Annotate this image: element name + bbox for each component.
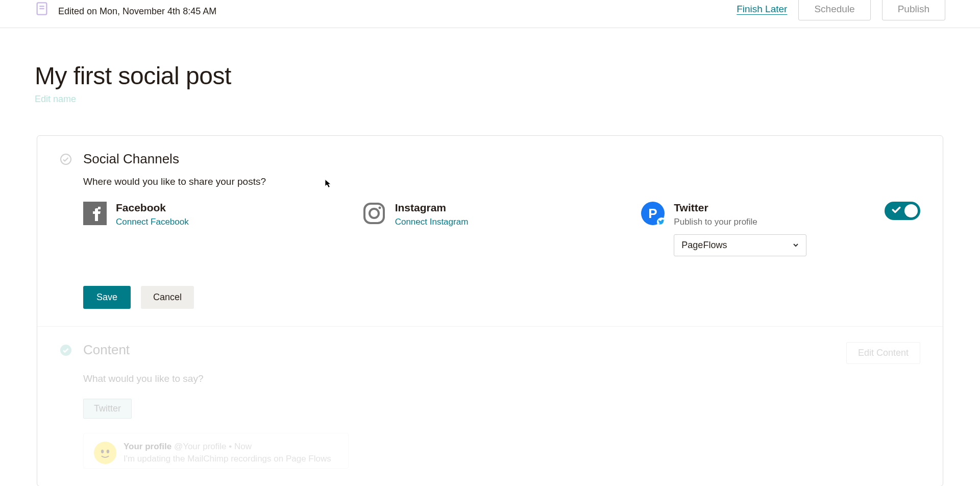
facebook-icon — [83, 202, 107, 225]
channel-facebook: Facebook Connect Facebook — [83, 202, 362, 256]
social-channels-title: Social Channels — [83, 151, 920, 167]
channel-twitter: P Twitter Publish to your profile PageFl… — [641, 202, 920, 256]
edit-content-button[interactable]: Edit Content — [846, 342, 920, 364]
twitter-subtitle: Publish to your profile — [674, 217, 874, 227]
section-head: Social Channels Where would you like to … — [60, 151, 920, 309]
svg-point-3 — [61, 154, 71, 164]
chevron-down-icon — [793, 240, 799, 251]
edit-name-link[interactable]: Edit name — [35, 94, 945, 105]
content-section-head: Content Edit Content What would you like… — [60, 342, 920, 469]
instagram-name: Instagram — [395, 202, 642, 214]
check-circle-icon — [60, 153, 72, 165]
toggle-knob — [904, 204, 918, 217]
channels-row: Facebook Connect Facebook Instagram Conn… — [83, 202, 920, 256]
twitter-profile-dropdown[interactable]: PageFlows — [674, 234, 806, 256]
svg-point-6 — [370, 209, 379, 218]
check-circle-filled-icon — [60, 344, 72, 356]
save-button[interactable]: Save — [83, 286, 131, 309]
finish-later-link[interactable]: Finish Later — [737, 4, 787, 15]
svg-point-7 — [378, 207, 381, 209]
top-bar-left: Edited on Mon, November 4th 8:45 AM — [35, 0, 216, 17]
content-title: Content — [83, 342, 130, 358]
instagram-icon — [362, 202, 386, 225]
top-bar: Edited on Mon, November 4th 8:45 AM Fini… — [0, 0, 980, 28]
avatar-icon — [94, 442, 116, 464]
cancel-button[interactable]: Cancel — [141, 286, 194, 309]
schedule-button[interactable]: Schedule — [798, 0, 870, 20]
connect-instagram-link[interactable]: Connect Instagram — [395, 217, 642, 227]
preview-profile-name: Your profile — [124, 442, 172, 451]
top-bar-actions: Finish Later Schedule Publish — [737, 0, 945, 20]
svg-point-13 — [101, 450, 104, 453]
dropdown-value: PageFlows — [681, 240, 727, 251]
content-preview-card: Your profile @Your profile • Now I'm upd… — [83, 433, 349, 469]
edited-timestamp: Edited on Mon, November 4th 8:45 AM — [58, 6, 216, 17]
main-card: Social Channels Where would you like to … — [37, 135, 943, 486]
svg-point-14 — [107, 450, 109, 453]
publish-button[interactable]: Publish — [882, 0, 945, 20]
svg-rect-5 — [364, 204, 384, 223]
twitter-chip[interactable]: Twitter — [83, 399, 132, 419]
connect-facebook-link[interactable]: Connect Facebook — [116, 217, 362, 227]
content-section: Content Edit Content What would you like… — [37, 326, 943, 486]
twitter-profile-icon: P — [641, 202, 665, 225]
preview-header: Your profile @Your profile • Now — [124, 442, 331, 452]
channel-instagram: Instagram Connect Instagram — [362, 202, 642, 256]
twitter-name: Twitter — [674, 202, 874, 214]
social-channels-section: Social Channels Where would you like to … — [37, 136, 943, 326]
channel-action-row: Save Cancel — [83, 286, 920, 309]
svg-point-12 — [96, 444, 114, 462]
twitter-toggle[interactable] — [885, 202, 920, 220]
preview-handle-time: @Your profile • Now — [174, 442, 252, 451]
check-icon — [892, 205, 901, 216]
page-header: My first social post Edit name — [0, 28, 980, 105]
page-title: My first social post — [35, 62, 945, 90]
preview-text: I'm updating the MailChimp recordings on… — [124, 454, 331, 464]
content-subtitle: What would you like to say? — [83, 373, 920, 384]
document-icon — [35, 2, 49, 13]
svg-text:P: P — [649, 206, 657, 221]
facebook-name: Facebook — [116, 202, 362, 214]
social-channels-subtitle: Where would you like to share your posts… — [83, 176, 920, 187]
